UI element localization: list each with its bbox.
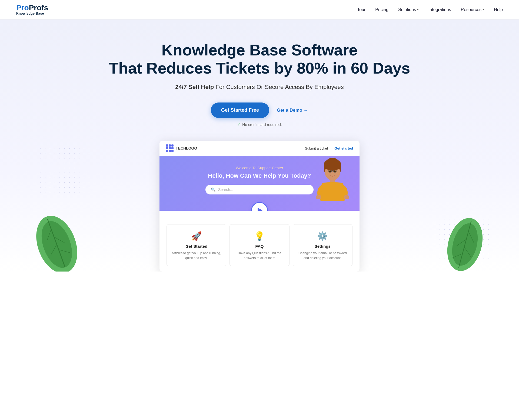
logo-pro: Pro [16, 4, 29, 12]
mockup-card: TECHLOGO Submit a ticket Get started Wel… [159, 141, 360, 272]
check-icon: ✓ [237, 122, 241, 127]
svg-point-24 [344, 195, 349, 199]
svg-point-23 [316, 195, 321, 199]
svg-point-21 [334, 170, 336, 172]
leaf-left [32, 196, 81, 272]
person-illustration [314, 157, 351, 211]
hero-cta-group: Get Started Free Get a Demo → [11, 102, 508, 118]
logo-profs: Profs [29, 4, 48, 12]
nav-resources[interactable]: Resources ▾ [461, 7, 484, 12]
mockup-card-title-1: FAQ [234, 244, 285, 249]
leaf-right [443, 201, 487, 272]
search-icon: 🔍 [211, 187, 215, 192]
mockup-card-title-0: Get Started [171, 244, 222, 249]
get-started-button[interactable]: Get Started Free [211, 102, 269, 118]
bulb-icon: 💡 [234, 231, 285, 241]
gear-icon: ⚙️ [297, 231, 348, 241]
nav-pricing[interactable]: Pricing [375, 7, 388, 12]
mockup-wrapper: TECHLOGO Submit a ticket Get started Wel… [11, 141, 508, 272]
mockup-logo: TECHLOGO [166, 144, 197, 152]
mockup-get-started[interactable]: Get started [334, 146, 353, 150]
svg-point-20 [329, 170, 331, 172]
nav-solutions[interactable]: Solutions ▾ [398, 7, 419, 12]
mockup-logo-grid [166, 144, 174, 152]
nav-help[interactable]: Help [494, 7, 503, 12]
mockup-card-settings: ⚙️ Settings Changing your email or passw… [293, 224, 352, 266]
dots-left [38, 146, 92, 195]
mockup-search-placeholder: Search... [218, 187, 233, 192]
hero-title-line1: Knowledge Base Software [11, 41, 508, 59]
rocket-icon: 🚀 [171, 231, 222, 241]
header: ProProfs Knowledge Base Tour Pricing Sol… [0, 0, 519, 19]
logo-subtitle: Knowledge Base [16, 12, 44, 15]
get-demo-button[interactable]: Get a Demo → [277, 108, 308, 113]
hero-subtitle: 24/7 Self Help For Customers Or Secure A… [11, 84, 508, 91]
mockup-topbar-links: Submit a ticket Get started [305, 146, 353, 150]
main-nav: Tour Pricing Solutions ▾ Integrations Re… [357, 7, 503, 12]
nav-integrations[interactable]: Integrations [428, 7, 451, 12]
resources-chevron-icon: ▾ [483, 8, 484, 11]
hero-section: Knowledge Base Software That Reduces Tic… [0, 19, 519, 272]
svg-point-16 [324, 159, 341, 171]
mockup-cards-section: 🚀 Get Started Articles to get you up and… [159, 211, 360, 272]
solutions-chevron-icon: ▾ [417, 8, 419, 11]
mockup-card-title-2: Settings [297, 244, 348, 249]
mockup-hero-section: Welcome To Support Center Hello, How Can… [159, 156, 360, 211]
mockup-search-bar[interactable]: 🔍 Search... [205, 185, 314, 194]
hero-note: ✓ No credit card required. [11, 122, 508, 127]
play-icon [258, 208, 262, 211]
mockup-logo-text: TECHLOGO [176, 146, 197, 150]
mockup-card-desc-0: Articles to get you up and running, quic… [171, 251, 222, 260]
mockup-card-faq: 💡 FAQ Have any Questions? Find the answe… [229, 224, 289, 266]
mockup-topbar: TECHLOGO Submit a ticket Get started [159, 141, 360, 156]
play-button[interactable] [251, 202, 268, 211]
mockup-card-get-started: 🚀 Get Started Articles to get you up and… [167, 224, 226, 266]
nav-tour[interactable]: Tour [357, 7, 365, 12]
hero-title-line2: That Reduces Tickets by 80% in 60 Days [11, 59, 508, 77]
mockup-card-desc-2: Changing your email or password and dele… [297, 251, 348, 260]
logo[interactable]: ProProfs Knowledge Base [16, 4, 48, 15]
mockup-submit-ticket[interactable]: Submit a ticket [305, 146, 328, 150]
mockup-card-desc-1: Have any Questions? Find the answers to … [234, 251, 285, 260]
